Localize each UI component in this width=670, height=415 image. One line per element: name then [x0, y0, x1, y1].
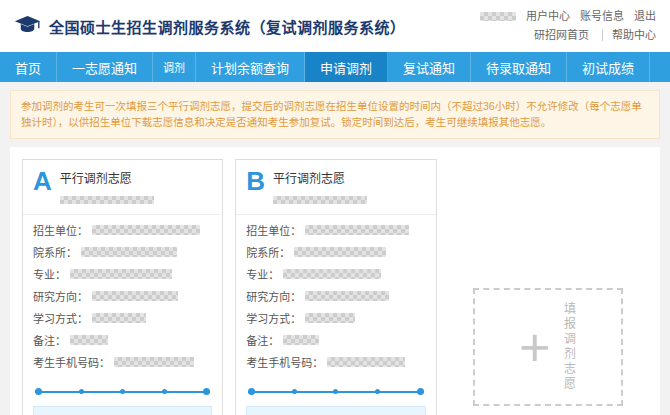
redacted-subtitle — [60, 196, 154, 204]
field-label: 学习方式： — [246, 310, 301, 326]
field-row: 专业： — [33, 266, 212, 282]
graduation-cap-icon — [14, 14, 41, 39]
status-timeline — [248, 388, 423, 396]
nav-item-first-choice-notice[interactable]: 一志愿通知 — [57, 52, 153, 82]
field-row: 院系所： — [246, 244, 425, 260]
field-row: 研究方向： — [246, 288, 425, 304]
redacted-value — [327, 357, 405, 367]
tiaoji-panel: A 平行调剂志愿 招生单位： 院系所： 专业： 研究方向： 学习方式： 备注： … — [10, 147, 660, 415]
field-label: 备注： — [33, 332, 66, 348]
field-row: 招生单位： — [33, 222, 212, 238]
user-center-link[interactable]: 用户中心 — [526, 7, 570, 26]
redacted-value — [294, 247, 386, 257]
tiaoji-card-a: A 平行调剂志愿 招生单位： 院系所： 专业： 研究方向： 学习方式： 备注： … — [22, 159, 223, 415]
field-row: 学习方式： — [33, 310, 212, 326]
redacted-value — [305, 291, 389, 301]
field-label: 研究方向： — [33, 288, 88, 304]
timeline-dot — [79, 389, 84, 394]
field-row: 专业： — [246, 266, 425, 282]
help-center-link[interactable]: 帮助中心 — [602, 29, 656, 41]
nav-item-admission-notice[interactable]: 待录取通知 — [471, 52, 567, 82]
nav-item-apply-tiaoji[interactable]: 申请调剂 — [305, 52, 388, 82]
field-label: 考生手机号码： — [33, 354, 110, 370]
card-title: 平行调剂志愿 — [273, 169, 367, 186]
field-label: 考生手机号码： — [246, 354, 323, 370]
tiaoji-card-b: B 平行调剂志愿 招生单位： 院系所： 专业： 研究方向： 学习方式： 备注： … — [235, 159, 436, 415]
field-row: 考生手机号码： — [33, 354, 212, 370]
page-title: 全国硕士生招生调剂服务系统（复试调剂服务系统） — [49, 16, 406, 37]
logout-link[interactable]: 退出 — [634, 7, 656, 26]
status-timeline — [35, 388, 210, 396]
nav-item-home[interactable]: 首页 — [0, 52, 57, 82]
redacted-subtitle — [273, 196, 367, 204]
card-header: A 平行调剂志愿 — [23, 160, 222, 215]
field-row: 学习方式： — [246, 310, 425, 326]
field-label: 招生单位： — [33, 222, 88, 238]
main-nav: 首页 一志愿通知 调剂 计划余额查询 申请调剂 复试通知 待录取通知 初试成绩 — [0, 52, 670, 82]
add-tiaoji-button[interactable]: + 填报调剂志愿 — [473, 288, 623, 406]
redacted-value — [92, 313, 146, 323]
card-letter: A — [33, 168, 52, 194]
status-box: 招生单位已发出录取通知。查看 — [33, 406, 212, 415]
card-letter: B — [246, 168, 265, 194]
field-row: 院系所： — [33, 244, 212, 260]
card-header: B 平行调剂志愿 — [236, 160, 435, 215]
field-label: 备注： — [246, 332, 279, 348]
redacted-value — [283, 335, 319, 345]
field-list: 招生单位： 院系所： 专业： 研究方向： 学习方式： 备注： 考生手机号码： — [236, 215, 435, 380]
plus-icon: + — [519, 323, 551, 372]
field-row: 备注： — [246, 332, 425, 348]
add-tiaoji-label: 填报调剂志愿 — [561, 302, 578, 392]
nav-item-plan-balance-query[interactable]: 计划余额查询 — [196, 52, 305, 82]
field-label: 学习方式： — [33, 310, 88, 326]
field-label: 院系所： — [246, 244, 290, 260]
brand: 全国硕士生招生调剂服务系统（复试调剂服务系统） — [14, 14, 406, 39]
notice-banner: 参加调剂的考生可一次填报三个平行调剂志愿，提交后的调剂志愿在招生单位设置的时间内… — [10, 90, 660, 139]
field-row: 备注： — [33, 332, 212, 348]
redacted-value — [92, 291, 178, 301]
nav-item-exam-score[interactable]: 初试成绩 — [567, 52, 650, 82]
yanzhao-home-link[interactable]: 研招网首页 — [534, 29, 589, 41]
redacted-username — [480, 12, 516, 21]
field-label: 院系所： — [33, 244, 77, 260]
field-label: 研究方向： — [246, 288, 301, 304]
header-user-area: 用户中心 账号信息 退出 研招网首页 帮助中心 — [480, 7, 656, 44]
field-row: 考生手机号码： — [246, 354, 425, 370]
timeline-dot — [248, 388, 255, 395]
empty-slot-column: + 填报调剂志愿 — [449, 159, 648, 415]
field-label: 专业： — [33, 266, 66, 282]
redacted-value — [305, 313, 355, 323]
top-header: 全国硕士生招生调剂服务系统（复试调剂服务系统） 用户中心 账号信息 退出 研招网… — [0, 0, 670, 52]
redacted-value — [305, 225, 409, 235]
timeline-dot — [292, 389, 297, 394]
card-title: 平行调剂志愿 — [60, 169, 154, 186]
redacted-value — [81, 247, 177, 257]
timeline-dot — [417, 388, 424, 395]
nav-item-tiaoji[interactable]: 调剂 — [153, 52, 196, 82]
timeline-dot — [333, 389, 338, 394]
timeline-dot — [120, 389, 125, 394]
field-label: 招生单位： — [246, 222, 301, 238]
nav-item-retest-notice[interactable]: 复试通知 — [388, 52, 471, 82]
redacted-value — [283, 269, 381, 279]
field-row: 招生单位： — [246, 222, 425, 238]
redacted-value — [114, 357, 194, 367]
timeline-dot — [375, 389, 380, 394]
timeline-dot — [162, 389, 167, 394]
redacted-value — [92, 225, 200, 235]
timeline-dot — [35, 388, 42, 395]
field-list: 招生单位： 院系所： 专业： 研究方向： 学习方式： 备注： 考生手机号码： — [23, 215, 222, 380]
timeline-dot — [203, 388, 210, 395]
field-row: 研究方向： — [33, 288, 212, 304]
redacted-value — [70, 269, 172, 279]
status-box: 调剂申请已被招生单位查看。 — [246, 406, 425, 415]
redacted-value — [70, 335, 108, 345]
account-info-link[interactable]: 账号信息 — [580, 7, 624, 26]
field-label: 专业： — [246, 266, 279, 282]
